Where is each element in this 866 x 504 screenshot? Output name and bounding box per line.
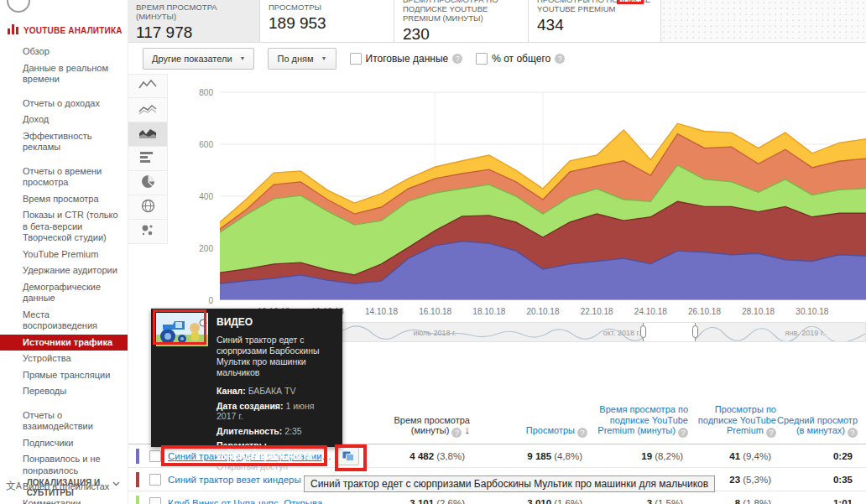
help-icon[interactable]: ?	[451, 428, 462, 438]
sidebar-item[interactable]: Время просмотра	[0, 191, 128, 208]
chart-type-multi-line-chart-button[interactable]	[128, 98, 168, 122]
scrubber-month-label: июль 2018 г.	[413, 329, 456, 337]
column-header[interactable]: Просмотры ?	[470, 425, 587, 444]
sidebar-item[interactable]: Отчеты о времени просмотра	[0, 164, 128, 191]
sidebar-item[interactable]: Показы и CTR (только в бета-версии Творч…	[0, 207, 128, 247]
sidebar-item[interactable]: Доход	[0, 112, 128, 128]
sidebar-item[interactable]: Отчеты о доходах	[0, 96, 128, 112]
chart-type-stacked-area-chart-button[interactable]	[128, 122, 168, 147]
x-axis-tick-label: 24.10.18	[623, 307, 677, 316]
table-cell: 4 482(3,8%)	[373, 451, 465, 461]
multi-line-chart-icon	[138, 102, 157, 118]
y-axis-tick-label: 600	[168, 140, 213, 149]
sidebar-item[interactable]: Понравилось и не понравилось	[0, 451, 128, 479]
metric-title: ПРОСМОТРЫ	[269, 3, 385, 12]
help-icon[interactable]: ?	[452, 54, 462, 64]
sidebar-nav: ОбзорДанные в реальном времениОтчеты о д…	[0, 44, 128, 504]
pie-chart-icon	[141, 174, 155, 192]
chart-type-pie-chart-button[interactable]	[128, 171, 168, 195]
sidebar-item[interactable]: Данные в реальном времени	[0, 60, 128, 88]
table-cell: 3 101(2,6%)	[373, 498, 465, 504]
y-axis-tick-label: 800	[168, 88, 213, 97]
metrics-filler	[661, 0, 866, 42]
checkbox[interactable]	[350, 53, 362, 65]
row-checkbox[interactable]	[149, 474, 161, 486]
dropdown-label: Другие показатели	[152, 54, 232, 64]
tooltip-header: ВИДЕО	[216, 316, 336, 328]
stacked-area-chart: 800600400200010.10.1812.10.1814.10.1816.…	[168, 74, 866, 322]
sidebar-item[interactable]: Переводы	[0, 383, 128, 400]
percent-of-total-checkbox[interactable]: % от общего ?	[476, 53, 565, 65]
dropdown-label: По дням	[277, 54, 313, 64]
chart-type-line-chart-button[interactable]	[128, 74, 168, 98]
granularity-dropdown[interactable]: По дням ▼	[268, 48, 336, 70]
y-axis-tick-label: 0	[168, 296, 213, 305]
sidebar-item-localization[interactable]: 文A ЛОКАЛИЗАЦИЯ И СУБТИТРЫ	[0, 478, 128, 498]
totals-checkbox[interactable]: Итоговые данные ?	[350, 53, 463, 65]
caret-down-icon: ▼	[240, 55, 246, 61]
chart-type-geo-map-button[interactable]	[128, 195, 168, 220]
checkbox-label: % от общего	[492, 53, 550, 65]
chart-type-bubble-chart-button[interactable]	[128, 220, 168, 244]
sidebar-item[interactable]: Прямые трансляции	[0, 367, 128, 384]
sidebar-item[interactable]: Источники трафика	[0, 335, 128, 351]
metric-title: ПРОСМОТРЫ ПО ПОДПИСКЕ YOUTUBE PREMIUM	[537, 0, 652, 13]
table-cell: 19(8,2%)	[582, 451, 683, 461]
brand-label: YOUTUBE АНАЛИТИКА	[23, 26, 123, 35]
help-icon[interactable]: ?	[678, 428, 688, 438]
chart-plot-area[interactable]	[220, 74, 866, 300]
channel-avatar[interactable]	[7, 0, 30, 13]
sidebar-item[interactable]: Обзор	[0, 44, 128, 60]
row-checkbox[interactable]	[149, 450, 161, 462]
stacked-area-chart-icon	[138, 127, 157, 143]
sidebar-item[interactable]: Места воспроизведения	[0, 307, 128, 335]
caret-down-icon: ▼	[321, 55, 327, 61]
tooltip-field-channel: Канал: БАБАКА TV	[216, 386, 336, 397]
series-color-strip	[136, 496, 139, 504]
help-icon[interactable]: ?	[577, 428, 587, 438]
sidebar-item[interactable]: Удержание аудитории	[0, 262, 128, 279]
metric-card-premium-watch-time[interactable]: ВРЕМЯ ПРОСМОТРА ПО ПОДПИСКЕ YOUTUBE PREM…	[394, 0, 529, 42]
row-checkbox[interactable]	[149, 497, 161, 504]
metric-title: ВРЕМЯ ПРОСМОТРА ПО ПОДПИСКЕ YOUTUBE PREM…	[403, 0, 519, 23]
metric-card-views[interactable]: ПРОСМОТРЫ 189 953	[260, 0, 394, 42]
sidebar-item[interactable]: Демографические данные	[0, 279, 128, 307]
native-title-tooltip: Синий трактор едет с сюрпризами Барбоски…	[304, 475, 715, 492]
column-header[interactable]: Средний просмотр (в минутах) ?	[776, 415, 866, 444]
metric-card-premium-views[interactable]: ПРОСМОТРЫ ПО ПОДПИСКЕ YOUTUBE PREMIUM 43…	[529, 0, 661, 42]
watch-page-icon	[342, 451, 354, 461]
sidebar-item[interactable]: Отчеты о взаимодействии	[0, 408, 128, 435]
x-axis-tick-label: 20.10.18	[516, 307, 570, 316]
video-thumbnail	[156, 313, 208, 346]
tooltip-field-privacy: Параметры конфиденциальности: Открытый д…	[216, 440, 336, 472]
series-color-strip	[136, 472, 139, 487]
scrubber-month-label: окт. 2018 г.	[603, 329, 640, 337]
help-icon[interactable]: ?	[766, 428, 776, 438]
open-watch-page-button[interactable]	[337, 447, 359, 465]
help-icon[interactable]: ?	[848, 428, 858, 438]
scrubber-right-handle[interactable]	[692, 325, 698, 338]
scrubber-selected-range[interactable]	[644, 323, 696, 341]
sidebar-item[interactable]: Эффективность рекламы	[0, 128, 128, 156]
metric-title: ВРЕМЯ ПРОСМОТРА (МИНУТЫ)	[136, 3, 251, 21]
column-header[interactable]: Просмотры по подписке YouTube Premium ?	[688, 404, 776, 444]
metric-card-watch-time[interactable]: ВРЕМЯ ПРОСМОТРА (МИНУТЫ) 117 978	[128, 0, 260, 42]
column-header[interactable]: Время просмотра (минуты) ? ↓	[378, 415, 470, 444]
other-metrics-dropdown[interactable]: Другие показатели ▼	[143, 48, 254, 70]
sidebar-item[interactable]: Устройства	[0, 351, 128, 367]
x-axis-tick-label: 26.10.18	[678, 307, 732, 316]
sidebar-item[interactable]: Подписчики	[0, 435, 128, 452]
sidebar-item[interactable]: YouTube Premium	[0, 247, 128, 263]
table-row[interactable]: Клуб Винкс от Чупа-чупс. Открываем шокол…	[128, 491, 866, 504]
table-cell: 0:29	[771, 451, 861, 461]
scrubber-left-handle[interactable]	[640, 325, 646, 338]
column-header[interactable]: Время просмотра по подписке YouTube Prem…	[587, 404, 688, 444]
help-icon[interactable]: ?	[555, 54, 565, 64]
x-axis-tick-label: 18.10.18	[462, 307, 516, 316]
checkbox[interactable]	[476, 53, 488, 65]
series-color-strip	[136, 449, 139, 464]
chart-type-bar-chart-button[interactable]	[128, 147, 168, 171]
bubble-chart-icon	[140, 223, 155, 240]
video-title-link[interactable]: Клуб Винкс от Чупа-чупс. Открываем шокол…	[168, 498, 332, 504]
x-axis-tick-label: 28.10.18	[732, 307, 785, 316]
